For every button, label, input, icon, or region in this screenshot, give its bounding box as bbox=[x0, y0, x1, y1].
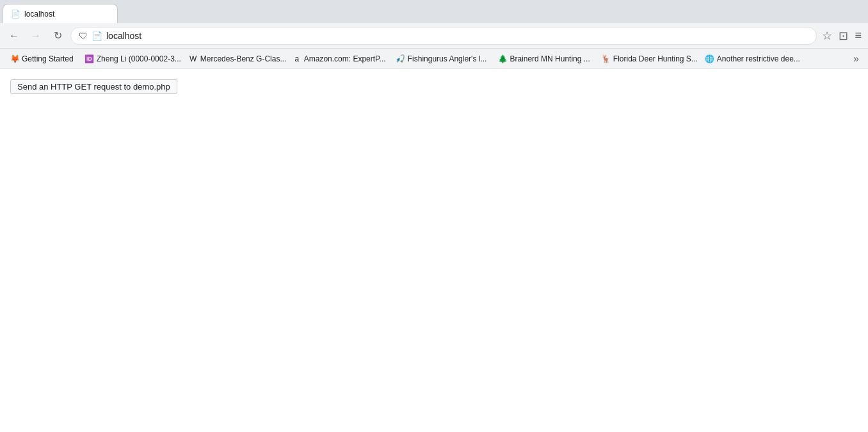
bookmark-item-florida-deer[interactable]: 🦌Florida Deer Hunting S... bbox=[597, 52, 699, 66]
security-icon: 🛡 bbox=[79, 31, 88, 41]
active-tab[interactable]: 📄 localhost bbox=[3, 4, 118, 23]
bookmark-label-zheng-li: Zheng Li (0000-0002-3... bbox=[97, 54, 181, 63]
bookmark-label-florida-deer: Florida Deer Hunting S... bbox=[613, 54, 698, 63]
bookmark-favicon-mercedes: W bbox=[189, 54, 198, 63]
bookmarks-bar: 🦊Getting Started🆔Zheng Li (0000-0002-3..… bbox=[0, 49, 868, 69]
bookmark-favicon-amazon: a bbox=[293, 54, 301, 63]
bookmark-favicon-getting-started: 🦊 bbox=[10, 54, 19, 63]
bookmark-item-getting-started[interactable]: 🦊Getting Started bbox=[5, 52, 79, 66]
bookmark-favicon-florida-deer: 🦌 bbox=[602, 54, 611, 63]
http-get-button[interactable]: Send an HTTP GET request to demo.php bbox=[10, 79, 177, 94]
address-bar[interactable]: 🛡 📄 localhost bbox=[70, 27, 817, 45]
more-bookmarks-button[interactable]: » bbox=[849, 52, 863, 66]
bookmark-label-fishingurus: Fishingurus Angler's l... bbox=[408, 54, 487, 63]
page-icon: 📄 bbox=[92, 31, 102, 41]
bookmark-label-getting-started: Getting Started bbox=[22, 54, 74, 63]
bookmark-label-another-restrictive: Another restrictive dee... bbox=[717, 54, 800, 63]
nav-bar: ← → ↻ 🛡 📄 localhost ☆ ⊡ ≡ bbox=[0, 23, 868, 49]
tab-bar: 📄 localhost bbox=[0, 0, 868, 23]
tab-favicon: 📄 bbox=[11, 10, 20, 19]
pocket-button[interactable]: ⊡ bbox=[837, 28, 849, 44]
bookmark-item-amazon[interactable]: aAmazon.com: ExpertP... bbox=[287, 52, 390, 66]
bookmark-favicon-brainerd: 🌲 bbox=[498, 54, 507, 63]
bookmark-item-another-restrictive[interactable]: 🌐Another restrictive dee... bbox=[700, 52, 803, 66]
browser-window: 📄 localhost ← → ↻ 🛡 📄 localhost ☆ ⊡ ≡ 🦊G… bbox=[0, 0, 868, 432]
bookmark-favicon-another-restrictive: 🌐 bbox=[705, 54, 714, 63]
back-button[interactable]: ← bbox=[5, 27, 23, 45]
bookmark-item-mercedes[interactable]: WMercedes-Benz G-Clas... bbox=[184, 52, 286, 66]
bookmark-favicon-fishingurus: 🎣 bbox=[396, 54, 405, 63]
bookmark-label-mercedes: Mercedes-Benz G-Clas... bbox=[200, 54, 286, 63]
forward-button[interactable]: → bbox=[27, 27, 45, 45]
refresh-button[interactable]: ↻ bbox=[49, 27, 67, 45]
bookmark-item-brainerd[interactable]: 🌲Brainerd MN Hunting ... bbox=[493, 52, 595, 66]
menu-button[interactable]: ≡ bbox=[853, 28, 863, 44]
bookmark-star-button[interactable]: ☆ bbox=[821, 28, 833, 44]
tab-title: localhost bbox=[24, 10, 54, 19]
bookmark-favicon-zheng-li: 🆔 bbox=[85, 54, 94, 63]
page-content: Send an HTTP GET request to demo.php bbox=[0, 69, 868, 432]
bookmark-item-zheng-li[interactable]: 🆔Zheng Li (0000-0002-3... bbox=[80, 52, 182, 66]
bookmark-label-brainerd: Brainerd MN Hunting ... bbox=[510, 54, 590, 63]
address-text: localhost bbox=[106, 31, 808, 41]
bookmark-item-fishingurus[interactable]: 🎣Fishingurus Angler's l... bbox=[391, 52, 492, 66]
bookmark-label-amazon: Amazon.com: ExpertP... bbox=[304, 54, 386, 63]
